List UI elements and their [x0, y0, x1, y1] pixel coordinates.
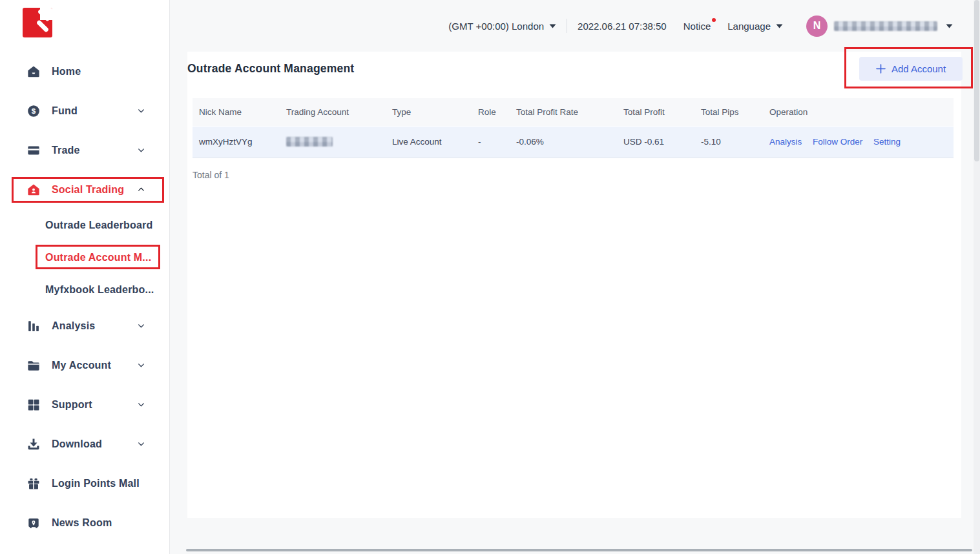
chevron-down-icon	[137, 146, 145, 154]
chevron-down-icon	[137, 400, 145, 409]
sidebar-item-home[interactable]: Home	[0, 52, 170, 91]
cell-total-profit: USD -0.61	[617, 126, 694, 158]
trade-icon	[26, 143, 41, 158]
notice-link[interactable]: Notice	[683, 21, 711, 32]
sidebar-item-news-room[interactable]: News Room	[0, 503, 170, 542]
table-row: wmXyHztVYg Live Account - -0.06% USD -0.…	[193, 126, 954, 158]
timezone-label: (GMT +00:00) London	[448, 21, 544, 32]
sidebar-item-label: Support	[52, 399, 92, 411]
sidebar-item-label: News Room	[52, 517, 112, 529]
sidebar-item-label: Login Points Mall	[52, 478, 140, 489]
home-icon	[26, 64, 41, 79]
cell-total-profit-rate: -0.06%	[510, 126, 617, 158]
caret-down-icon	[776, 24, 783, 28]
chevron-down-icon	[137, 322, 145, 330]
fund-icon: $	[26, 103, 41, 119]
sidebar-item-label: Home	[52, 66, 81, 77]
timezone-dropdown[interactable]: (GMT +00:00) London	[448, 21, 556, 32]
add-account-button[interactable]: Add Account	[859, 57, 963, 81]
notice-badge-dot	[712, 18, 716, 22]
language-label: Language	[727, 21, 771, 32]
analysis-icon	[26, 318, 41, 334]
username-redacted	[834, 21, 937, 31]
col-total-profit-rate: Total Profit Rate	[510, 98, 617, 126]
main-content-card: Outrade Account Management Add Account N…	[187, 52, 961, 518]
sidebar-item-social-trading[interactable]: Social Trading	[0, 170, 170, 209]
trading-account-redacted	[286, 137, 333, 147]
col-total-profit: Total Profit	[617, 98, 694, 126]
chevron-down-icon	[137, 107, 145, 115]
cell-nick-name: wmXyHztVYg	[193, 126, 280, 158]
plus-icon	[876, 64, 886, 74]
horizontal-scrollbar[interactable]	[186, 549, 972, 552]
sidebar-item-label: Social Trading	[52, 184, 124, 196]
col-total-pips: Total Pips	[694, 98, 763, 126]
sidebar-item-label: Analysis	[52, 320, 95, 332]
col-type: Type	[386, 98, 472, 126]
notice-label: Notice	[683, 21, 711, 32]
sidebar-item-label: Trade	[52, 145, 80, 156]
cell-total-pips: -5.10	[694, 126, 763, 158]
cell-trading-account	[280, 126, 386, 158]
download-icon	[26, 436, 41, 452]
sidebar-item-analysis[interactable]: Analysis	[0, 306, 170, 345]
col-trading-account: Trading Account	[280, 98, 386, 126]
language-dropdown[interactable]: Language	[727, 21, 783, 32]
sidebar-item-login-points-mall[interactable]: Login Points Mall	[0, 464, 170, 503]
add-account-label: Add Account	[891, 63, 946, 74]
brand-logo-icon[interactable]	[23, 8, 52, 37]
col-role: Role	[472, 98, 510, 126]
vertical-scrollbar-thumb[interactable]	[974, 0, 979, 161]
setting-link[interactable]: Setting	[873, 137, 901, 147]
social-trading-icon	[26, 182, 41, 198]
total-count-text: Total of 1	[193, 170, 229, 180]
sidebar: Home $ Fund Trade	[0, 0, 170, 554]
cell-role: -	[472, 126, 510, 158]
topbar-divider	[567, 19, 567, 33]
topbar: (GMT +00:00) London 2022.06.21 07:38:50 …	[171, 0, 974, 52]
horizontal-scrollbar-thumb[interactable]	[186, 549, 972, 551]
accounts-table: Nick Name Trading Account Type Role Tota…	[193, 98, 954, 158]
sidebar-item-label: Outrade Leaderboard	[45, 220, 153, 231]
col-operation: Operation	[763, 98, 954, 126]
caret-down-icon	[946, 24, 953, 28]
follow-order-link[interactable]: Follow Order	[813, 137, 862, 147]
vertical-scrollbar[interactable]	[974, 0, 980, 554]
svg-text:$: $	[32, 107, 36, 115]
cell-type: Live Account	[386, 126, 472, 158]
sidebar-item-outrade-account-management[interactable]: Outrade Account M...	[0, 241, 170, 274]
user-avatar[interactable]: N	[806, 15, 828, 37]
sidebar-item-myfxbook-leaderboard[interactable]: Myfxbook Leaderbo...	[0, 274, 170, 306]
sidebar-item-label: Fund	[52, 105, 78, 117]
server-datetime: 2022.06.21 07:38:50	[578, 21, 667, 32]
app-root: Home $ Fund Trade	[0, 0, 980, 554]
sidebar-item-fund[interactable]: $ Fund	[0, 91, 170, 130]
sidebar-item-my-account[interactable]: My Account	[0, 345, 170, 385]
chevron-down-icon	[137, 361, 145, 369]
table-header-row: Nick Name Trading Account Type Role Tota…	[193, 98, 954, 126]
user-menu[interactable]	[834, 21, 953, 31]
col-nick-name: Nick Name	[193, 98, 280, 126]
sidebar-item-outrade-leaderboard[interactable]: Outrade Leaderboard	[0, 209, 170, 241]
sidebar-item-label: Myfxbook Leaderbo...	[45, 284, 154, 296]
sidebar-item-label: My Account	[52, 360, 111, 371]
sidebar-item-label: Outrade Account M...	[45, 252, 151, 263]
caret-down-icon	[549, 24, 556, 28]
news-room-icon	[26, 515, 41, 531]
sidebar-item-trade[interactable]: Trade	[0, 130, 170, 170]
my-account-icon	[26, 358, 41, 373]
chevron-down-icon	[137, 440, 145, 448]
chevron-up-icon	[137, 185, 145, 194]
analysis-link[interactable]: Analysis	[769, 137, 802, 147]
sidebar-nav: Home $ Fund Trade	[0, 52, 170, 542]
sidebar-item-download[interactable]: Download	[0, 424, 170, 464]
sidebar-item-label: Download	[52, 438, 102, 450]
sidebar-item-support[interactable]: Support	[0, 385, 170, 424]
points-mall-icon	[26, 476, 41, 491]
page-title: Outrade Account Management	[187, 62, 354, 76]
support-icon	[26, 397, 41, 413]
cell-operations: Analysis Follow Order Setting	[763, 126, 954, 158]
